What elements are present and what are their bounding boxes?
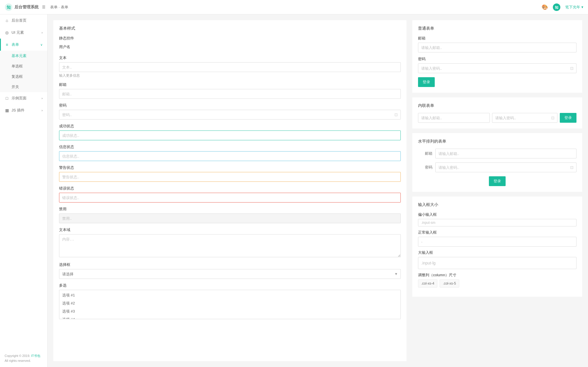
breadcrumb: ☰ 表单 · 表单 (42, 5, 68, 10)
eye-icon[interactable]: ⊡ (394, 112, 398, 117)
normal-size-input[interactable] (418, 237, 576, 247)
disabled-group: 禁用 (59, 207, 401, 223)
warning-label: 警告状态 (59, 165, 401, 170)
password-input[interactable] (59, 110, 401, 120)
select-label: 选择框 (59, 262, 401, 267)
normal-email-label: 邮箱 (418, 36, 576, 41)
horizontal-eye-icon[interactable]: ⊡ (570, 165, 574, 170)
plugins-icon: ▦ (5, 108, 9, 113)
col-grid: .col-xs-4 .col-xs-5 (418, 279, 576, 287)
error-group: 错误状态 (59, 186, 401, 203)
menu-toggle-icon[interactable]: ☰ (42, 5, 46, 9)
chevron-right-icon-3: › (41, 109, 43, 112)
error-label: 错误状态 (59, 186, 401, 191)
normal-password-input[interactable] (418, 63, 576, 73)
multiselect-group: 多选 选项 #1 选项 #2 选项 #3 选项 #4 (59, 283, 401, 319)
inline-form-row: ⊡ 登录 (418, 113, 576, 123)
list-item[interactable]: 选项 #2 (59, 299, 400, 307)
email-input[interactable] (59, 89, 401, 99)
sidebar-item-home[interactable]: ⌂ 后台首页 (0, 14, 47, 27)
form-icon: ≡ (5, 42, 9, 47)
inline-email-input[interactable] (418, 113, 490, 123)
text-input[interactable] (59, 62, 401, 72)
ui-icon: ◎ (5, 30, 9, 35)
large-input-row: 大输入框 (418, 250, 576, 269)
footer-link[interactable]: IT书包 (31, 354, 40, 357)
sidebar-item-plugins[interactable]: ▦ JS 插件 › (0, 104, 47, 116)
right-panel: 普通表单 邮箱 密码 ⊡ 登录 内联表单 (412, 20, 582, 361)
sidebar-item-ui[interactable]: ◎ UI 元素 › (0, 27, 47, 39)
sidebar-item-switch[interactable]: 开关 (0, 82, 47, 92)
warning-input[interactable] (59, 172, 401, 182)
large-input[interactable] (418, 257, 576, 269)
inline-form-title: 内联表单 (418, 103, 576, 108)
info-input[interactable] (59, 151, 401, 161)
logo-text: 后台管理系统 (14, 5, 39, 10)
error-input[interactable] (59, 193, 401, 203)
theme-icon[interactable]: 🎨 (542, 4, 548, 10)
small-input-label: 偏小输入框 (418, 212, 576, 217)
normal-input-label: 正常输入框 (418, 230, 576, 235)
horizontal-form-card: 水平排列的表单 邮箱 密码 ⊡ (412, 133, 582, 192)
horizontal-password-input-wrap: ⊡ (435, 162, 576, 172)
breadcrumb-text: 表单 · 表单 (50, 5, 68, 10)
normal-form-title: 普通表单 (418, 26, 576, 31)
text-label: 文本 (59, 55, 401, 60)
horizontal-password-input[interactable] (435, 162, 576, 172)
list-item[interactable]: 选项 #3 (59, 307, 400, 315)
col-item-xs4: .col-xs-4 (418, 279, 437, 287)
sidebar-item-form[interactable]: ≡ 表单 ∨ (0, 39, 47, 51)
small-input-row: 偏小输入框 (418, 212, 576, 226)
static-control-group: 静态控件 用户名 (59, 36, 401, 51)
horizontal-submit-row: 登录 (418, 176, 576, 186)
list-item[interactable]: 选项 #1 (59, 291, 400, 299)
chevron-right-icon: › (41, 31, 43, 34)
email-group: 邮箱 (59, 82, 401, 99)
user-avatar-icon: 知 (553, 3, 561, 11)
inline-password-input[interactable] (492, 113, 557, 123)
success-label: 成功状态 (59, 124, 401, 129)
inline-submit-button[interactable]: 登录 (560, 113, 576, 123)
email-label: 邮箱 (59, 82, 401, 87)
password-wrapper: ⊡ (59, 110, 401, 120)
normal-password-label: 密码 (418, 56, 576, 62)
home-icon: ⌂ (5, 18, 9, 23)
sidebar-label-examples: 示例页面 (12, 96, 27, 101)
normal-email-input[interactable] (418, 43, 576, 52)
left-panel-title: 基本样式 (59, 26, 401, 31)
header-left: 知 后台管理系统 ☰ 表单 · 表单 (5, 3, 68, 11)
sidebar-item-examples[interactable]: □ 示例页面 › (0, 92, 47, 104)
sidebar-item-basic[interactable]: 基本元素 (0, 51, 47, 61)
more-info-text: 输入更多信息 (59, 73, 401, 78)
normal-password-wrapper: ⊡ (418, 63, 576, 73)
list-item[interactable]: 选项 #4 (59, 315, 400, 319)
password-label: 密码 (59, 103, 401, 108)
user-name[interactable]: 笔下光年 ▾ (565, 5, 583, 10)
horizontal-form-body: 邮箱 密码 ⊡ (418, 149, 576, 186)
horizontal-password-row: 密码 ⊡ (418, 162, 576, 172)
header-right: 🎨 知 笔下光年 ▾ (542, 3, 583, 11)
select-input[interactable]: 请选择 (59, 269, 401, 279)
static-value: 用户名 (59, 43, 401, 51)
textarea-input[interactable] (59, 234, 401, 257)
small-input[interactable] (418, 219, 576, 226)
inline-password-wrapper: ⊡ (492, 113, 557, 123)
svg-text:知: 知 (6, 5, 11, 10)
normal-submit-button[interactable]: 登录 (418, 77, 435, 87)
horizontal-email-input[interactable] (435, 149, 576, 158)
sidebar-item-multi[interactable]: 复选框 (0, 71, 47, 82)
textarea-label: 文本域 (59, 227, 401, 232)
normal-eye-icon[interactable]: ⊡ (570, 66, 574, 71)
multiselect-listbox[interactable]: 选项 #1 选项 #2 选项 #3 选项 #4 (59, 290, 401, 319)
info-group: 信息状态 (59, 144, 401, 161)
normal-email-group: 邮箱 (418, 36, 576, 52)
inline-eye-icon[interactable]: ⊡ (551, 116, 555, 120)
sidebar-item-single[interactable]: 单选框 (0, 61, 47, 71)
horizontal-email-label: 邮箱 (418, 151, 435, 156)
success-input[interactable] (59, 130, 401, 140)
horizontal-submit-button[interactable]: 登录 (489, 176, 506, 186)
examples-icon: □ (5, 96, 9, 101)
sidebar-label-plugins: JS 插件 (12, 108, 24, 113)
disabled-label: 禁用 (59, 207, 401, 212)
multiselect-label: 多选 (59, 283, 401, 288)
